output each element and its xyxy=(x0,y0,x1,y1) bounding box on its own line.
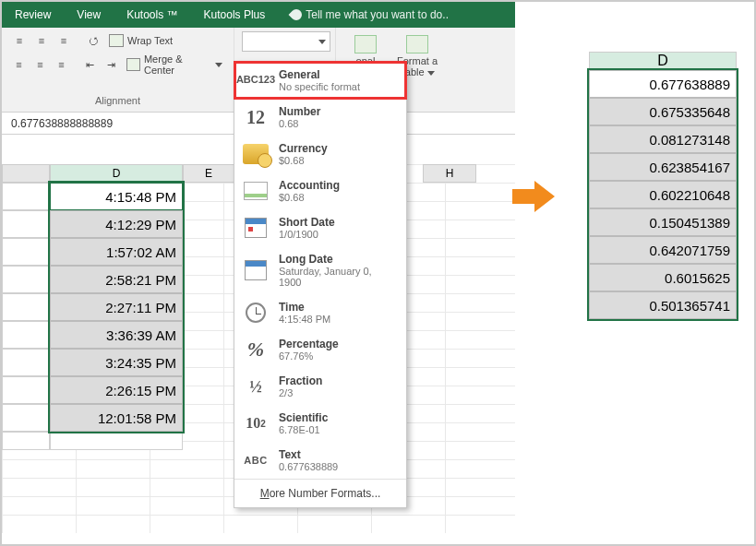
orientation-button[interactable]: ⭯ xyxy=(83,31,103,50)
tab-kutools[interactable]: Kutools ™ xyxy=(114,2,190,28)
merge-center-button[interactable]: Merge & Center xyxy=(123,52,226,77)
arrow-icon xyxy=(512,181,558,212)
col-head-D-right[interactable]: D xyxy=(589,52,737,70)
align-right-button[interactable]: ≡ xyxy=(52,55,71,74)
number-format-combo[interactable] xyxy=(242,31,330,52)
align-center-button[interactable]: ≡ xyxy=(30,55,50,74)
cell-D-result[interactable]: 0.642071759 xyxy=(589,236,737,264)
col-head-H-wrap: H xyxy=(423,164,476,183)
format-sample: 2/3 xyxy=(279,387,322,398)
cell-D-result[interactable]: 0.501365741 xyxy=(589,291,737,319)
row-gutter[interactable] xyxy=(2,266,50,293)
row-gutter[interactable] xyxy=(2,238,50,266)
cell-D[interactable]: 12:01:58 PM xyxy=(50,404,183,432)
format-name: Number xyxy=(279,105,320,118)
row-gutter[interactable] xyxy=(2,293,50,321)
wrap-text-button[interactable]: Wrap Text xyxy=(105,32,176,49)
cell-D[interactable]: 3:36:39 AM xyxy=(50,321,183,349)
format-option-fraction[interactable]: ½Fraction 2/3 xyxy=(234,368,406,405)
tellme-search[interactable]: Tell me what you want to do.. xyxy=(278,2,462,28)
format-sample: No specific format xyxy=(279,81,360,92)
format-sample: 67.76% xyxy=(279,350,339,362)
group-alignment: ≡ ≡ ≡ ⭯ Wrap Text ≡ ≡ ≡ ⇤ ⇥ Merge & xyxy=(2,28,234,112)
cell-D[interactable]: 2:58:21 PM xyxy=(50,266,183,293)
align-left-button[interactable]: ≡ xyxy=(9,55,29,74)
row-gutter[interactable] xyxy=(2,183,50,210)
format-option-general[interactable]: ABC123GeneralNo specific format xyxy=(234,62,406,99)
cell-D-result[interactable]: 0.677638889 xyxy=(589,70,737,98)
align-bottom-button[interactable]: ≡ xyxy=(54,31,74,50)
left-data-cells: 4:15:48 PM4:12:29 PM1:57:02 AM2:58:21 PM… xyxy=(2,183,234,432)
format-option-scientific[interactable]: 102Scientific6.78E-01 xyxy=(234,405,406,442)
align-middle-button[interactable]: ≡ xyxy=(31,31,52,50)
format-option-long-date[interactable]: Long DateSaturday, January 0, 1900 xyxy=(234,246,406,294)
cell-D[interactable]: 3:24:35 PM xyxy=(50,349,183,376)
ribbon-tabs: Review View Kutools ™ Kutools Plus Tell … xyxy=(2,2,515,28)
number-format-menu: ABC123GeneralNo specific format12Number0… xyxy=(234,61,407,508)
wrap-text-label: Wrap Text xyxy=(127,35,173,46)
format-option-time[interactable]: Time4:15:48 PM xyxy=(234,294,406,331)
format-option-number[interactable]: 12Number0.68 xyxy=(234,99,406,136)
tellme-text: Tell me what you want to do.. xyxy=(306,8,449,21)
col-head-blank[interactable] xyxy=(2,164,50,183)
cell-D-result[interactable]: 0.081273148 xyxy=(589,125,737,153)
conditional-formatting-icon xyxy=(354,35,377,53)
format-name: Accounting xyxy=(279,179,340,192)
chevron-down-icon xyxy=(427,71,435,76)
cell-D[interactable]: 4:15:48 PM xyxy=(50,183,183,210)
wrap-text-icon xyxy=(109,34,124,47)
row-gutter[interactable] xyxy=(2,210,50,238)
cell-D-result[interactable]: 0.6015625 xyxy=(589,264,737,291)
cell-D-result[interactable]: 0.675335648 xyxy=(589,98,737,125)
cell-D[interactable]: 2:26:15 PM xyxy=(50,376,183,404)
format-name: Long Date xyxy=(279,253,397,266)
format-sample: 0.68 xyxy=(279,118,320,129)
row-gutter[interactable] xyxy=(2,321,50,349)
format-name: Fraction xyxy=(279,374,322,387)
formula-bar-value: 0.677638888888889 xyxy=(11,117,113,130)
format-name: Time xyxy=(279,301,330,314)
format-sample: 6.78E-01 xyxy=(279,424,328,435)
col-head-E[interactable]: E xyxy=(183,164,234,183)
row-gutter[interactable] xyxy=(2,376,50,404)
cell-D-result[interactable]: 0.602210648 xyxy=(589,181,737,208)
indent-increase-button[interactable]: ⇥ xyxy=(102,55,121,74)
format-option-percentage[interactable]: %Percentage67.76% xyxy=(234,331,406,368)
group-title-alignment: Alignment xyxy=(9,95,226,108)
format-name: Currency xyxy=(279,142,328,155)
cell-D-result[interactable]: 0.623854167 xyxy=(589,153,737,181)
format-option-short-date[interactable]: Short Date1/0/1900 xyxy=(234,209,406,246)
format-as-table-icon xyxy=(406,35,428,53)
more-number-formats[interactable]: More Number Formats... xyxy=(234,479,406,507)
format-name: Percentage xyxy=(279,338,339,350)
cell-D-result[interactable]: 0.150451389 xyxy=(589,208,737,236)
format-name: Short Date xyxy=(279,216,335,229)
align-top-button[interactable]: ≡ xyxy=(9,31,30,50)
cell-D[interactable]: 2:27:11 PM xyxy=(50,293,183,321)
format-sample: Saturday, January 0, 1900 xyxy=(279,266,397,288)
sheet-right: D 0.6776388890.6753356480.0812731480.623… xyxy=(589,52,737,319)
bulb-icon xyxy=(289,7,305,23)
cell-D[interactable]: 1:57:02 AM xyxy=(50,238,183,266)
merge-label: Merge & Center xyxy=(144,53,211,76)
tab-kutoolsplus[interactable]: Kutools Plus xyxy=(191,2,279,28)
chevron-down-icon xyxy=(318,40,326,44)
format-sample: 1/0/1900 xyxy=(279,229,335,240)
col-head-D[interactable]: D xyxy=(50,164,183,183)
format-option-currency[interactable]: Currency$0.68 xyxy=(234,136,406,172)
tab-review[interactable]: Review xyxy=(2,2,64,28)
blank-row xyxy=(2,432,234,450)
cell-D[interactable]: 4:12:29 PM xyxy=(50,210,183,238)
sheet-left: D E 4:15:48 PM4:12:29 PM1:57:02 AM2:58:2… xyxy=(2,164,234,450)
format-sample: 4:15:48 PM xyxy=(279,314,330,325)
row-gutter[interactable] xyxy=(2,404,50,432)
format-name: Text xyxy=(279,448,338,461)
format-name: Scientific xyxy=(279,411,328,424)
format-option-accounting[interactable]: Accounting $0.68 xyxy=(234,172,406,209)
column-headers-left: D E xyxy=(2,164,234,183)
row-gutter[interactable] xyxy=(2,349,50,376)
tab-view[interactable]: View xyxy=(64,2,114,28)
indent-decrease-button[interactable]: ⇤ xyxy=(80,55,100,74)
format-option-text[interactable]: ABCText0.677638889 xyxy=(234,442,406,479)
col-head-H[interactable]: H xyxy=(423,164,476,183)
